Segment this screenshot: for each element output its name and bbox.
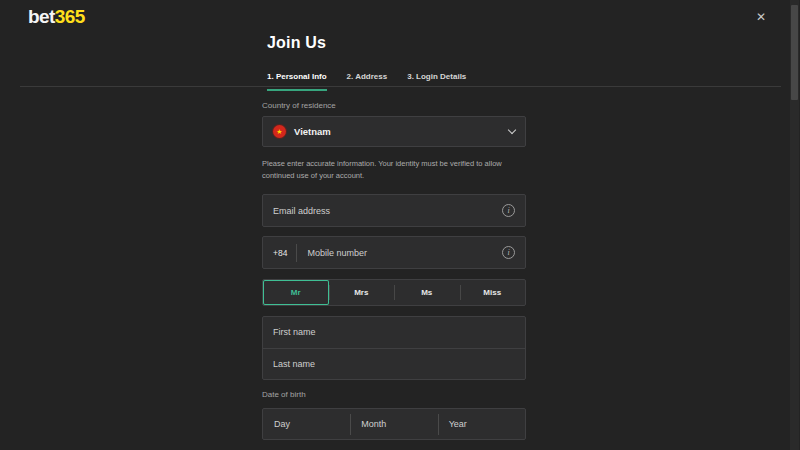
email-info-icon[interactable]: i [502,204,515,217]
join-page: bet365 ✕ Join Us 1. Personal Info 2. Add… [0,0,800,450]
logo-text-bet: bet [28,6,55,27]
title-selector: Mr Mrs Ms Miss [262,279,526,306]
tab-address[interactable]: 2. Address [347,66,388,91]
dob-month-select[interactable]: Month [350,409,437,439]
title-option-mrs[interactable]: Mrs [329,280,395,305]
bet365-logo[interactable]: bet365 [28,6,85,28]
title-option-ms[interactable]: Ms [394,280,460,305]
title-option-mr[interactable]: Mr [263,280,329,305]
name-fields [262,316,526,380]
last-name-input[interactable] [273,359,515,369]
country-select-row[interactable]: ★ Vietnam [263,117,525,146]
mobile-input[interactable] [307,248,502,258]
identity-notice: Please enter accurate information. Your … [262,158,522,182]
tab-personal-info[interactable]: 1. Personal Info [267,66,327,91]
title-option-miss[interactable]: Miss [460,280,526,305]
country-value: Vietnam [294,126,509,137]
mobile-info-icon[interactable]: i [502,246,515,259]
logo-text-365: 365 [55,6,85,27]
tabs-divider [20,86,781,87]
page-title: Join Us [267,34,326,52]
first-name-input[interactable] [273,327,515,337]
dob-label: Date of birth [262,390,306,399]
close-icon: ✕ [756,10,766,24]
close-button[interactable]: ✕ [750,6,772,28]
step-tabs: 1. Personal Info 2. Address 3. Login Det… [267,66,466,91]
dob-day-select[interactable]: Day [263,409,350,439]
dial-code: +84 [273,248,296,258]
email-field: i [262,194,526,227]
vietnam-flag-icon: ★ [273,125,286,138]
mobile-field: +84 i [262,236,526,269]
email-input[interactable] [273,206,502,216]
country-label: Country of residence [262,101,336,110]
country-select[interactable]: ★ Vietnam [262,116,526,147]
dial-divider [296,244,297,262]
last-name-row [263,348,525,380]
scrollbar-track[interactable] [790,0,799,450]
tab-login-details[interactable]: 3. Login Details [407,66,466,91]
scrollbar-thumb[interactable] [791,5,798,100]
chevron-down-icon [508,126,516,134]
flag-star-icon: ★ [276,128,282,135]
dob-fields: Day Month Year [262,408,526,440]
first-name-row [263,317,525,348]
dob-year-select[interactable]: Year [438,409,525,439]
